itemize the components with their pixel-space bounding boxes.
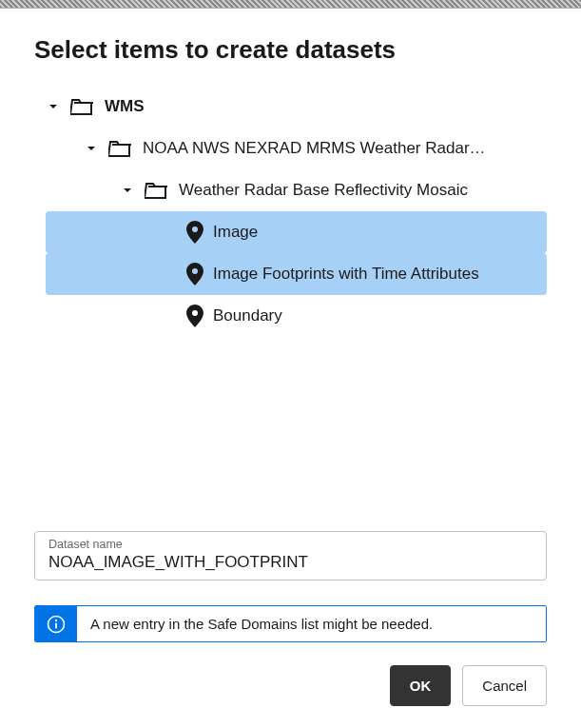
field-label: Dataset name [48, 538, 533, 551]
tree-node-wms[interactable]: WMS [46, 86, 547, 128]
dialog-buttons: OK Cancel [34, 642, 547, 706]
folder-open-icon [108, 138, 133, 159]
layer-tree: WMS NOAA NWS NEXRAD MRMS Weather Radar… [34, 86, 547, 337]
map-pin-icon [186, 221, 203, 244]
caret-down-icon[interactable] [46, 102, 61, 111]
info-banner: A new entry in the Safe Domains list mig… [34, 605, 547, 642]
info-text: A new entry in the Safe Domains list mig… [77, 606, 546, 641]
tree-leaf-image[interactable]: Image [46, 211, 547, 253]
svg-rect-2 [55, 622, 57, 628]
dataset-name-field[interactable]: Dataset name [34, 531, 547, 580]
tree-node-label: WMS [105, 97, 145, 116]
dataset-name-input[interactable] [48, 553, 533, 572]
svg-point-1 [55, 619, 57, 620]
folder-open-icon [70, 96, 95, 117]
cancel-button[interactable]: Cancel [462, 665, 547, 706]
caret-down-icon[interactable] [84, 144, 99, 153]
folder-open-icon [145, 180, 169, 201]
dialog-title: Select items to create datasets [34, 35, 547, 65]
tree-node-label: NOAA NWS NEXRAD MRMS Weather Radar… [143, 139, 486, 158]
tree-node-noaa[interactable]: NOAA NWS NEXRAD MRMS Weather Radar… [46, 128, 547, 169]
caret-down-icon[interactable] [120, 186, 135, 195]
tree-leaf-label: Image [213, 223, 258, 242]
info-icon [35, 606, 77, 641]
map-pin-icon [186, 263, 203, 285]
tree-leaf-footprints[interactable]: Image Footprints with Time Attributes [46, 253, 547, 295]
create-datasets-dialog: Select items to create datasets WMS [0, 9, 581, 728]
drag-handle[interactable] [0, 0, 581, 9]
map-pin-icon [186, 305, 203, 327]
tree-leaf-label: Image Footprints with Time Attributes [213, 265, 479, 284]
tree-leaf-boundary[interactable]: Boundary [46, 295, 547, 337]
tree-node-label: Weather Radar Base Reflectivity Mosaic [179, 181, 468, 200]
ok-button[interactable]: OK [390, 665, 452, 706]
tree-leaf-label: Boundary [213, 306, 282, 325]
tree-node-reflectivity[interactable]: Weather Radar Base Reflectivity Mosaic [46, 169, 547, 211]
